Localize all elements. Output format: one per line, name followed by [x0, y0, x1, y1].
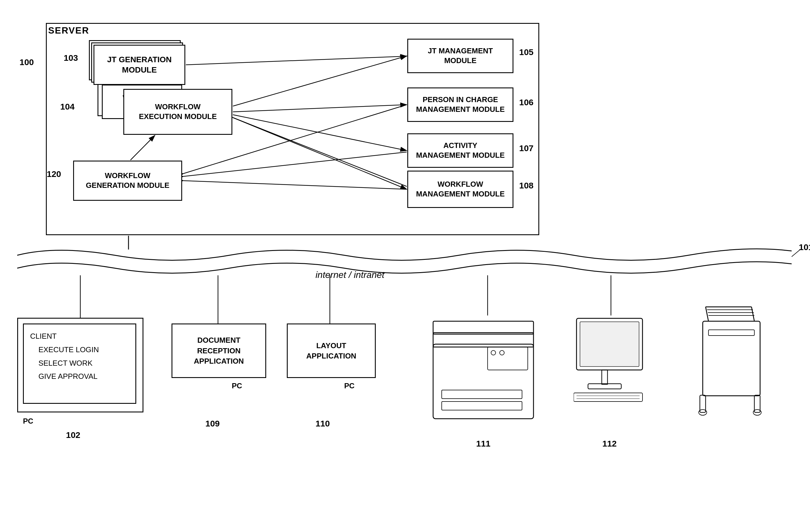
ref-108: 108	[519, 181, 534, 190]
svg-point-26	[491, 351, 496, 355]
ref-112: 112	[602, 439, 617, 449]
svg-rect-21	[433, 333, 534, 347]
doc-pc-label: PC	[232, 382, 242, 390]
svg-point-27	[500, 351, 504, 355]
ref-103: 103	[64, 53, 78, 63]
jt-mgmt-module: JT MANAGEMENTMODULE	[407, 39, 514, 73]
svg-line-36	[706, 307, 709, 321]
pic-mgmt-module: PERSON IN CHARGEMANAGEMENT MODULE	[407, 87, 514, 122]
svg-rect-29	[580, 322, 639, 367]
diagram-container: SERVER 100 JT GENERATIONMODULE 103 WORKF…	[0, 0, 810, 532]
wf-gen-module: WORKFLOWGENERATION MODULE	[73, 161, 182, 201]
ref-102: 102	[66, 430, 80, 440]
svg-rect-41	[703, 321, 760, 396]
ref-110: 110	[315, 419, 330, 429]
wf-exec-module: WORKFLOWEXECUTION MODULE	[123, 89, 232, 135]
ref-107: 107	[519, 143, 534, 153]
client-label: CLIENT EXECUTE LOGIN SELECT WORK GIVE AP…	[30, 332, 99, 381]
activity-mgmt-module: ACTIVITYMANAGEMENT MODULE	[407, 133, 514, 168]
ref-111: 111	[476, 439, 490, 449]
doc-reception-box: DOCUMENTRECEPTIONAPPLICATION	[172, 323, 266, 378]
jt-gen-module: JT GENERATIONMODULE	[94, 45, 185, 85]
layout-app-box: LAYOUTAPPLICATION	[287, 323, 376, 378]
wf-mgmt-module: WORKFLOWMANAGEMENT MODULE	[407, 171, 514, 208]
ref-104: 104	[60, 102, 75, 112]
svg-rect-30	[602, 370, 608, 384]
svg-rect-23	[442, 390, 522, 399]
plotter-device	[683, 304, 783, 430]
ref-105: 105	[519, 47, 534, 57]
svg-rect-46	[709, 330, 755, 336]
svg-rect-20	[433, 344, 534, 419]
layout-pc-label: PC	[344, 382, 355, 390]
ref-120: 120	[47, 169, 61, 179]
client-inner-box: CLIENT EXECUTE LOGIN SELECT WORK GIVE AP…	[23, 323, 136, 404]
ref-101: 101	[799, 242, 810, 252]
monitor-device	[574, 316, 648, 424]
ref-100: 100	[19, 58, 34, 67]
ref-109: 109	[205, 419, 220, 429]
svg-rect-22	[433, 321, 534, 334]
svg-line-37	[751, 307, 755, 321]
server-label: SERVER	[48, 25, 89, 36]
client-pc-label: PC	[23, 417, 33, 425]
mfp-device	[424, 310, 551, 436]
svg-rect-32	[574, 393, 643, 402]
ref-106: 106	[519, 97, 534, 107]
network-label: internet / intranet	[315, 270, 384, 280]
svg-rect-24	[442, 402, 522, 410]
